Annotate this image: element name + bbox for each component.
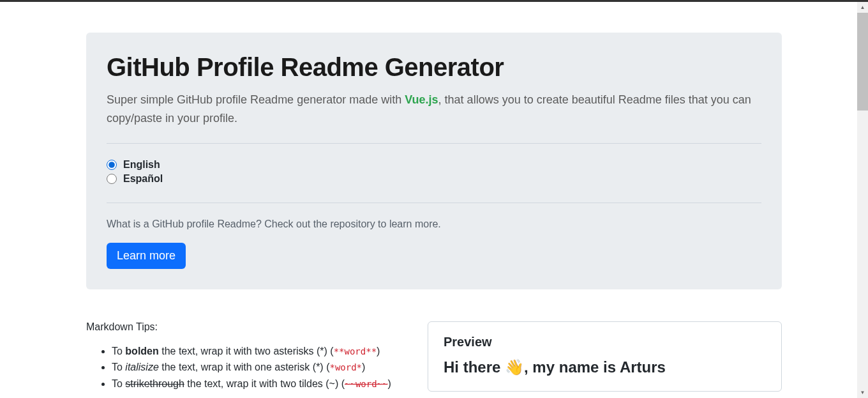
tip-text: To — [112, 362, 125, 372]
preview-panel: Preview Hi there 👋, my name is Arturs — [428, 321, 782, 392]
tip-code: *word* — [329, 362, 362, 372]
tip-text: the text, wrap it with two asterisks (*)… — [159, 346, 334, 356]
greeting-text: , my name is Arturs — [524, 358, 666, 376]
radio-spanish[interactable] — [107, 174, 117, 184]
preview-heading: Preview — [444, 335, 766, 349]
tip-code: ~~word~~ — [345, 379, 387, 389]
page-subtitle: Super simple GitHub profile Readme gener… — [107, 91, 761, 128]
tip-text: To — [112, 378, 125, 389]
tip-text: To — [112, 346, 125, 356]
tip-emphasis: bolden — [125, 346, 158, 356]
label-spanish[interactable]: Español — [123, 173, 163, 185]
tip-emphasis: italisize — [125, 362, 158, 372]
tip-code: **word** — [334, 346, 377, 356]
scrollbar-arrow-down[interactable]: ▼ — [857, 387, 868, 398]
scrollbar-arrow-up[interactable]: ▲ — [857, 2, 868, 13]
subtitle-text-before: Super simple GitHub profile Readme gener… — [107, 93, 405, 106]
language-option-english[interactable]: English — [107, 159, 761, 171]
markdown-tips-column: Markdown Tips: To bolden the text, wrap … — [86, 321, 408, 392]
tip-text: ) — [362, 362, 365, 372]
page-title: GitHub Profile Readme Generator — [107, 53, 761, 82]
language-option-spanish[interactable]: Español — [107, 173, 761, 185]
label-english[interactable]: English — [123, 159, 160, 171]
language-section: English Español — [107, 144, 761, 203]
learn-more-button[interactable]: Learn more — [107, 243, 186, 269]
tip-text: ) — [377, 346, 380, 356]
tip-italic: To italisize the text, wrap it with one … — [112, 359, 408, 376]
tip-emphasis: strikethrough — [125, 378, 184, 389]
vuejs-link[interactable]: Vue.js — [405, 93, 438, 106]
learn-section: What is a GitHub profile Readme? Check o… — [107, 203, 761, 269]
tips-heading: Markdown Tips: — [86, 321, 408, 333]
lower-section: Markdown Tips: To bolden the text, wrap … — [86, 321, 782, 392]
scrollbar-thumb[interactable] — [857, 2, 868, 111]
tip-text: ) — [387, 378, 391, 389]
preview-greeting: Hi there 👋, my name is Arturs — [444, 358, 766, 376]
tip-text: the text, wrap it with two tildes (~) ( — [184, 378, 345, 389]
learn-more-text: What is a GitHub profile Readme? Check o… — [107, 218, 761, 230]
tip-bold: To bolden the text, wrap it with two ast… — [112, 343, 408, 360]
radio-english[interactable] — [107, 160, 117, 170]
header-panel: GitHub Profile Readme Generator Super si… — [86, 33, 782, 289]
wave-icon: 👋 — [505, 358, 524, 376]
tip-text: the text, wrap it with one asterisk (*) … — [159, 362, 330, 372]
tips-list: To bolden the text, wrap it with two ast… — [86, 343, 408, 392]
greeting-text: Hi there — [444, 358, 505, 376]
tip-strike: To strikethrough the text, wrap it with … — [112, 376, 408, 392]
